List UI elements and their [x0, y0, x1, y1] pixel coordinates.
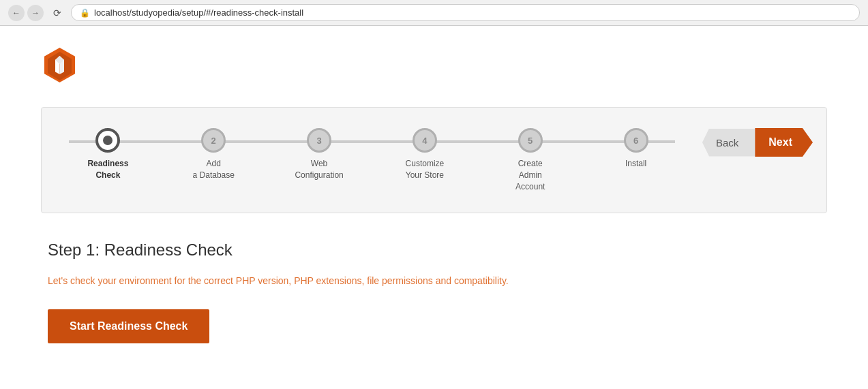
nav-buttons[interactable]: ← → — [8, 5, 44, 21]
step-item-3[interactable]: 3 WebConfiguration — [267, 128, 372, 192]
lock-icon: 🔒 — [80, 8, 90, 18]
step-description: Let's check your environment for the cor… — [48, 273, 820, 288]
step-circle-4: 4 — [413, 128, 437, 153]
step-circle-1 — [95, 128, 120, 153]
magento-logo-icon — [41, 46, 78, 84]
step-circle-6: 6 — [624, 128, 648, 153]
step-number-3: 3 — [316, 136, 321, 146]
step-number-6: 6 — [633, 136, 638, 146]
step-circle-2: 2 — [201, 128, 226, 153]
step-label-3: WebConfiguration — [295, 158, 343, 181]
next-button[interactable]: Next — [755, 128, 813, 157]
step-number-4: 4 — [422, 136, 427, 146]
step-label-2: Adda Database — [193, 158, 235, 181]
reload-button[interactable]: ⟳ — [49, 5, 65, 21]
step-title: Step 1: Readiness Check — [48, 240, 820, 260]
back-button[interactable]: Back — [702, 129, 755, 157]
main-content: Step 1: Readiness Check Let's check your… — [41, 240, 827, 343]
step-number-5: 5 — [528, 136, 533, 146]
logo-container — [41, 46, 827, 87]
start-readiness-check-button[interactable]: Start Readiness Check — [48, 309, 209, 343]
url-text: localhost/studyopedia/setup/#/readiness-… — [94, 7, 303, 18]
step-item-2[interactable]: 2 Adda Database — [161, 128, 267, 192]
browser-chrome: ← → ⟳ 🔒 localhost/studyopedia/setup/#/re… — [0, 0, 868, 26]
nav-buttons-wizard: Back Next — [702, 128, 813, 157]
wizard-container: ReadinessCheck 2 Adda Database 3 — [41, 107, 827, 213]
step-label-4: CustomizeYour Store — [406, 158, 445, 181]
back-nav-button[interactable]: ← — [8, 5, 25, 21]
step-item-5[interactable]: 5 CreateAdmin Account — [477, 128, 583, 192]
step-number-2: 2 — [211, 136, 216, 146]
step-item-1[interactable]: ReadinessCheck — [55, 128, 161, 192]
page-content: ReadinessCheck 2 Adda Database 3 — [0, 26, 868, 364]
step-label-1: ReadinessCheck — [87, 158, 128, 181]
step-label-5: CreateAdmin Account — [503, 158, 558, 192]
forward-nav-button[interactable]: → — [27, 5, 44, 21]
step-circle-5: 5 — [518, 128, 543, 153]
steps-list: ReadinessCheck 2 Adda Database 3 — [55, 128, 689, 192]
step-circle-3: 3 — [307, 128, 331, 153]
step-label-6: Install — [625, 158, 646, 170]
address-bar[interactable]: 🔒 localhost/studyopedia/setup/#/readines… — [71, 4, 860, 21]
steps-track: ReadinessCheck 2 Adda Database 3 — [55, 128, 689, 192]
step-item-4[interactable]: 4 CustomizeYour Store — [372, 128, 477, 192]
steps-bar: ReadinessCheck 2 Adda Database 3 — [55, 128, 813, 192]
step-item-6[interactable]: 6 Install — [583, 128, 689, 192]
